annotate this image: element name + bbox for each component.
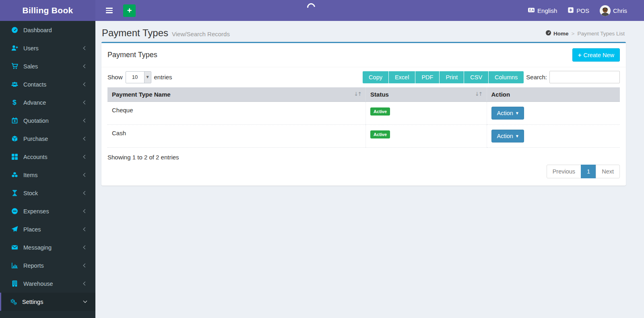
cell-status: Active	[366, 125, 487, 148]
table-info: Showing 1 to 2 of 2 entries	[107, 154, 620, 161]
sidebar-item-accounts[interactable]: Accounts	[0, 148, 95, 166]
users-icon	[10, 81, 19, 88]
print-button[interactable]: Print	[439, 71, 464, 83]
navbar-left: +	[95, 0, 136, 21]
grid-icon	[10, 153, 19, 160]
previous-page-button[interactable]: Previous	[547, 165, 581, 178]
search-label: Search:	[526, 74, 547, 81]
sidebar-item-messaging[interactable]: Messaging	[0, 238, 95, 256]
sort-icon: ↓↑	[354, 91, 361, 97]
header-payment-type-name[interactable]: Payment Type Name ↓↑	[107, 87, 366, 102]
sidebar-item-users[interactable]: Users	[0, 39, 95, 57]
export-button-group: Copy Excel PDF Print CSV Columns	[363, 71, 524, 83]
action-dropdown-button[interactable]: Action ▼	[491, 107, 524, 120]
chevron-left-icon	[83, 101, 87, 105]
action-label: Action	[497, 133, 513, 139]
gears-icon	[9, 298, 18, 305]
sidebar: Dashboard Users Sales Contacts $ Adv	[0, 21, 95, 318]
chevron-left-icon	[83, 209, 87, 213]
header-status[interactable]: Status ↓↑	[366, 87, 487, 102]
sidebar-item-stock[interactable]: Stock	[0, 184, 95, 202]
cell-action: Action ▼	[487, 125, 620, 148]
chevron-left-icon	[83, 282, 87, 286]
chevron-left-icon	[83, 46, 87, 50]
avatar	[600, 5, 611, 16]
search-input[interactable]	[549, 71, 620, 83]
sidebar-item-label: Contacts	[23, 81, 84, 88]
page-1-button[interactable]: 1	[581, 165, 596, 178]
home-dashboard-icon	[545, 30, 551, 37]
language-icon: A	[528, 6, 535, 15]
sidebar-item-expenses[interactable]: Expenses	[0, 202, 95, 220]
sidebar-item-dashboard[interactable]: Dashboard	[0, 21, 95, 39]
calendar-plus-icon	[10, 117, 19, 124]
sidebar-item-label: Warehouse	[23, 281, 84, 287]
csv-button[interactable]: CSV	[464, 71, 488, 83]
bar-chart-icon	[10, 262, 19, 269]
page-length-value: 10	[126, 72, 144, 83]
sidebar-item-advance[interactable]: $ Advance	[0, 93, 95, 112]
status-badge: Active	[370, 107, 390, 116]
breadcrumb-separator: >	[572, 31, 575, 37]
sidebar-item-contacts[interactable]: Contacts	[0, 75, 95, 93]
sidebar-item-label: Accounts	[23, 154, 84, 160]
table-controls: Show 10 ▼ entries Copy Excel PDF Print	[107, 71, 620, 83]
chevron-left-icon	[83, 173, 87, 177]
header-action: Action	[487, 87, 620, 102]
paper-plane-icon	[10, 226, 19, 233]
next-page-button[interactable]: Next	[596, 165, 620, 178]
pagination: Previous 1 Next	[107, 165, 620, 178]
select-caret-icon: ▼	[144, 72, 151, 83]
cart-icon	[10, 63, 19, 70]
chevron-left-icon	[83, 137, 87, 141]
table-header-row: Payment Type Name ↓↑ Status ↓↑ Action	[107, 87, 620, 102]
plus-icon: +	[127, 6, 132, 14]
sidebar-item-label: Dashboard	[23, 27, 95, 33]
menu-toggle-icon[interactable]	[101, 0, 117, 21]
sidebar-item-label: Items	[23, 172, 84, 178]
pager: Previous 1 Next	[547, 165, 620, 178]
page-length-select[interactable]: 10 ▼	[126, 71, 151, 83]
sidebar-item-warehouse[interactable]: Warehouse	[0, 275, 95, 293]
cell-status: Active	[366, 102, 487, 125]
top-navbar: Billing Book + A English POS	[0, 0, 644, 21]
chevron-left-icon	[83, 64, 87, 68]
app-logo[interactable]: Billing Book	[0, 0, 95, 21]
sidebar-item-items[interactable]: Items	[0, 166, 95, 184]
header-label: Payment Type Name	[112, 91, 171, 98]
cubes-icon	[10, 171, 19, 178]
language-menu[interactable]: A English	[528, 6, 557, 15]
excel-button[interactable]: Excel	[388, 71, 415, 83]
main-content: Payment Types View/Search Records Home >…	[95, 21, 644, 318]
dollar-icon: $	[10, 99, 19, 107]
sidebar-item-settings[interactable]: Settings	[0, 293, 95, 311]
user-name: Chris	[613, 7, 627, 14]
copy-button[interactable]: Copy	[363, 71, 388, 83]
action-dropdown-button[interactable]: Action ▼	[491, 130, 524, 142]
columns-button[interactable]: Columns	[488, 71, 524, 83]
sort-icon: ↓↑	[475, 91, 482, 97]
quick-add-button[interactable]: +	[123, 4, 136, 17]
header-label: Action	[491, 91, 510, 98]
sidebar-item-places[interactable]: Places	[0, 220, 95, 238]
pos-menu[interactable]: POS	[568, 7, 589, 14]
hourglass-icon	[10, 190, 19, 196]
chevron-left-icon	[83, 191, 87, 195]
navbar-right: A English POS Chris	[528, 0, 627, 21]
sidebar-item-purchase[interactable]: Purchase	[0, 130, 95, 148]
cell-payment-type-name: Cheque	[107, 102, 366, 125]
breadcrumb-home-link[interactable]: Home	[545, 30, 569, 37]
sidebar-item-quotation[interactable]: Quotation	[0, 112, 95, 130]
sidebar-item-reports[interactable]: Reports	[0, 256, 95, 275]
create-new-button[interactable]: + Create New	[572, 48, 620, 62]
sidebar-item-label: Reports	[23, 262, 84, 269]
sidebar-item-label: Places	[23, 226, 84, 233]
pdf-button[interactable]: PDF	[415, 71, 439, 83]
sidebar-item-sales[interactable]: Sales	[0, 57, 95, 75]
search-control: Search:	[526, 71, 620, 83]
content-header: Payment Types View/Search Records Home >…	[95, 21, 644, 41]
sidebar-item-label: Settings	[22, 299, 84, 305]
chevron-left-icon	[83, 246, 87, 250]
user-menu[interactable]: Chris	[600, 5, 627, 16]
pos-label: POS	[576, 7, 589, 14]
